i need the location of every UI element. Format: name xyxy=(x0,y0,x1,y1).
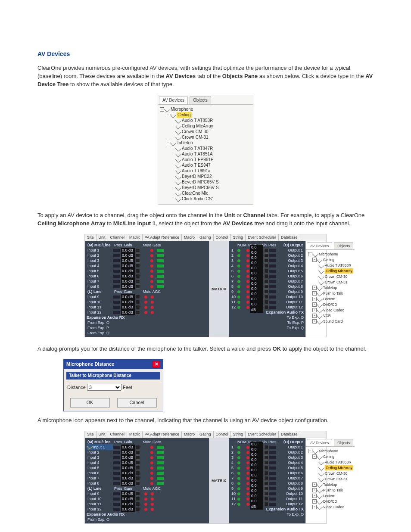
nom-led[interactable] xyxy=(237,290,240,293)
input-row[interactable]: Input 50.0 dB xyxy=(87,268,207,274)
agc-led[interactable] xyxy=(151,301,154,304)
input-row[interactable]: Input 40.0 dB xyxy=(87,460,207,465)
gain-stepper[interactable] xyxy=(136,492,140,496)
main-tab[interactable]: Gating xyxy=(197,431,214,438)
gain-stepper[interactable] xyxy=(264,284,268,289)
mute-led[interactable] xyxy=(246,254,249,257)
output-row[interactable]: To Exp. O xyxy=(230,315,304,320)
gain-stepper[interactable] xyxy=(264,248,268,252)
main-tab[interactable]: Site xyxy=(85,431,97,438)
gain-stepper[interactable] xyxy=(264,274,268,278)
gain-stepper[interactable] xyxy=(264,497,268,501)
mute-led[interactable] xyxy=(150,446,153,449)
gain-stepper[interactable] xyxy=(136,305,140,309)
agc-led[interactable] xyxy=(151,492,154,495)
tree-node[interactable]: VCR xyxy=(323,313,331,318)
main-tab[interactable]: Channel xyxy=(108,431,128,438)
gain-stepper[interactable] xyxy=(264,466,268,470)
mute-led[interactable] xyxy=(246,275,249,278)
gain-stepper[interactable] xyxy=(264,471,268,475)
agc-led[interactable] xyxy=(151,503,154,506)
mute-led[interactable] xyxy=(150,275,153,278)
gain-stepper[interactable] xyxy=(136,269,140,273)
expand-icon[interactable]: + xyxy=(312,297,317,301)
mute-led[interactable] xyxy=(144,498,147,501)
input-row[interactable]: Input 90.0 dB xyxy=(87,294,207,299)
nom-led[interactable] xyxy=(237,275,240,278)
main-tab[interactable]: String xyxy=(231,431,246,438)
collapse-icon[interactable]: − xyxy=(308,449,312,453)
tree-leaf[interactable]: Clock Audio CS1 xyxy=(182,196,214,202)
input-row[interactable]: Input 80.0 dB xyxy=(87,284,207,289)
expand-icon[interactable]: + xyxy=(312,314,317,318)
mute-led[interactable] xyxy=(150,477,153,480)
expand-icon[interactable]: + xyxy=(312,286,317,290)
output-row[interactable]: 20.0 dBOutput 2 xyxy=(230,450,304,455)
mute-led[interactable] xyxy=(150,482,153,485)
mute-led[interactable] xyxy=(246,264,249,268)
mute-led[interactable] xyxy=(246,249,249,252)
gain-stepper[interactable] xyxy=(136,450,140,454)
main-tab[interactable]: Macro xyxy=(182,431,197,438)
tree-node[interactable]: Push to Talk xyxy=(323,291,343,296)
input-row[interactable]: Input 110.0 dB xyxy=(87,501,207,507)
nom-led[interactable] xyxy=(237,472,240,475)
input-row[interactable]: Input 40.0 dB xyxy=(87,263,207,268)
tree-node[interactable]: DVD/CD xyxy=(323,499,337,504)
gain-stepper[interactable] xyxy=(264,455,268,460)
input-row[interactable]: Input 10.0 dB xyxy=(87,445,207,450)
tab-objects[interactable]: Objects xyxy=(334,242,353,249)
input-row[interactable]: Input 120.0 dB xyxy=(87,310,207,315)
main-tab[interactable]: Database xyxy=(279,431,300,438)
mute-led[interactable] xyxy=(246,296,249,299)
tree-node[interactable]: Video Codec xyxy=(323,308,344,313)
nom-led[interactable] xyxy=(237,264,240,268)
gain-stepper[interactable] xyxy=(264,450,268,454)
input-row[interactable]: Input 10.0 dB xyxy=(87,248,207,253)
expand-icon[interactable]: + xyxy=(312,488,317,492)
tree-node[interactable]: DVD/CD xyxy=(323,302,337,307)
gain-stepper[interactable] xyxy=(136,253,140,258)
main-tab[interactable]: String xyxy=(231,234,246,241)
nom-led[interactable] xyxy=(237,503,240,506)
main-tab[interactable]: Event Scheduler xyxy=(246,431,279,438)
expand-icon[interactable]: + xyxy=(312,308,317,312)
nom-led[interactable] xyxy=(237,301,240,304)
tree-node[interactable]: Tabletop xyxy=(323,285,337,290)
main-tab[interactable]: Event Scheduler xyxy=(246,234,279,241)
gain-stepper[interactable] xyxy=(136,460,140,465)
tree-node[interactable]: Microphone xyxy=(319,252,338,257)
mute-led[interactable] xyxy=(246,270,249,273)
tree-leaf-highlight[interactable]: Ceiling MicArray xyxy=(325,268,353,274)
nom-led[interactable] xyxy=(237,285,240,288)
gain-stepper[interactable] xyxy=(136,466,140,470)
output-row[interactable]: 90.0 dBOutput 9 xyxy=(230,289,304,294)
collapse-icon[interactable]: − xyxy=(308,252,312,256)
mute-led[interactable] xyxy=(246,456,249,459)
tree-node[interactable]: Video Codec xyxy=(323,504,344,510)
input-row[interactable]: Input 100.0 dB xyxy=(87,299,207,305)
output-row[interactable]: 10.0 dBOutput 1 xyxy=(230,248,304,253)
gain-stepper[interactable] xyxy=(264,492,268,496)
tab-av-devices[interactable]: AV Devices xyxy=(159,96,188,105)
tree-node[interactable]: Microphone xyxy=(319,448,338,454)
tree-leaf[interactable]: Audio T AT853R xyxy=(325,263,351,268)
main-tab[interactable]: Gating xyxy=(197,234,214,241)
input-row[interactable]: Input 80.0 dB xyxy=(87,481,207,486)
gain-stepper[interactable] xyxy=(264,289,268,294)
output-row[interactable]: 100.0 dBOutput 10 xyxy=(230,294,304,299)
tab-objects[interactable]: Objects xyxy=(334,439,353,446)
mute-led[interactable] xyxy=(144,503,147,506)
expand-icon[interactable]: + xyxy=(312,302,317,307)
close-icon[interactable]: ✕ xyxy=(153,361,160,368)
mute-led[interactable] xyxy=(246,487,249,490)
main-tab[interactable]: Control xyxy=(214,234,231,241)
gain-stepper[interactable] xyxy=(136,274,140,278)
nom-led[interactable] xyxy=(237,487,240,490)
mute-led[interactable] xyxy=(150,270,153,273)
collapse-icon[interactable]: − xyxy=(312,454,317,459)
input-row[interactable]: From Exp. O xyxy=(87,517,113,523)
nom-led[interactable] xyxy=(237,492,240,495)
collapse-icon[interactable]: − xyxy=(312,258,317,262)
gain-stepper[interactable] xyxy=(136,300,140,304)
